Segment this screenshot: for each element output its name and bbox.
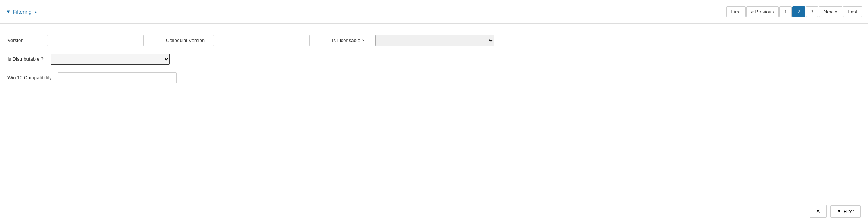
top-bar: ▼ Filtering ▲ First « Previous 1 2 3 Nex… (0, 0, 868, 24)
page3-button[interactable]: 3 (806, 6, 818, 17)
win10-label: Win 10 Compatibility (7, 72, 52, 81)
bottom-bar: ✕ ▼ Filter (0, 200, 868, 222)
filtering-label-text: Filtering (13, 9, 32, 15)
close-button[interactable]: ✕ (810, 205, 827, 218)
last-button[interactable]: Last (843, 6, 862, 17)
next-button[interactable]: Next » (819, 6, 843, 17)
is-licensable-label: Is Licensable ? (332, 35, 369, 44)
version-field: Version (7, 35, 144, 46)
filter-icon: ▼ (6, 9, 11, 15)
filter-row-2: Is Distributable ? Yes No (7, 54, 861, 65)
version-label: Version (7, 35, 41, 44)
colloquial-version-field: Colloquial Version (166, 35, 310, 46)
is-distributable-field: Is Distributable ? Yes No (7, 54, 170, 65)
filter-form: Version Colloquial Version Is Licensable… (0, 24, 868, 98)
colloquial-version-label: Colloquial Version (166, 35, 207, 44)
filter-row-1: Version Colloquial Version Is Licensable… (7, 35, 861, 46)
page1-button[interactable]: 1 (779, 6, 792, 17)
pagination: First « Previous 1 2 3 Next » Last (726, 6, 862, 17)
is-distributable-select[interactable]: Yes No (51, 54, 170, 65)
colloquial-version-input[interactable] (213, 35, 310, 46)
filtering-toggle[interactable]: ▼ Filtering ▲ (6, 9, 38, 15)
sort-icon: ▲ (34, 10, 38, 14)
page2-button[interactable]: 2 (792, 6, 805, 17)
win10-input[interactable] (58, 72, 177, 83)
previous-button[interactable]: « Previous (746, 6, 779, 17)
filter-button-label: Filter (843, 209, 854, 214)
filter-button-icon: ▼ (837, 209, 841, 214)
is-licensable-select[interactable]: Yes No (375, 35, 494, 46)
filter-row-3: Win 10 Compatibility (7, 72, 861, 83)
is-licensable-field: Is Licensable ? Yes No (332, 35, 494, 46)
filter-button[interactable]: ▼ Filter (830, 205, 861, 218)
is-distributable-label: Is Distributable ? (7, 54, 45, 63)
first-button[interactable]: First (726, 6, 745, 17)
version-input[interactable] (47, 35, 144, 46)
win10-field: Win 10 Compatibility (7, 72, 177, 83)
